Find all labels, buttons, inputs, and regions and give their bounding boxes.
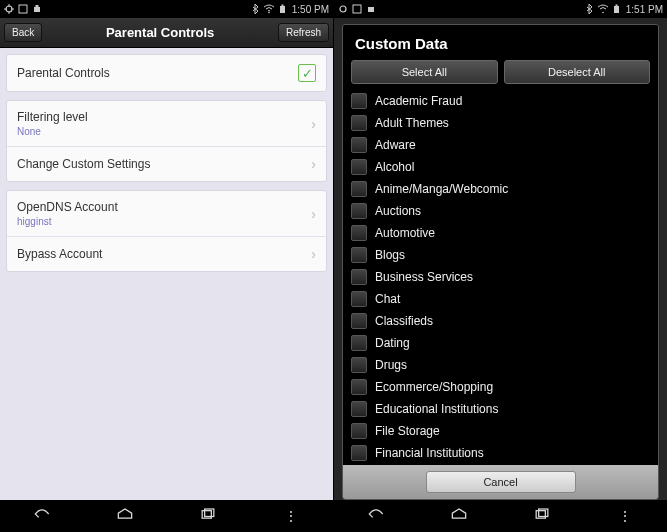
checkbox-icon[interactable] — [351, 313, 367, 329]
back-button[interactable]: Back — [4, 23, 42, 42]
checkbox-icon[interactable] — [351, 445, 367, 461]
checkbox-icon[interactable] — [351, 93, 367, 109]
checkbox-icon[interactable] — [351, 423, 367, 439]
row-subtitle: None — [17, 126, 311, 137]
status-icon — [338, 4, 348, 14]
checkbox-icon[interactable] — [351, 269, 367, 285]
category-label: Ecommerce/Shopping — [375, 380, 493, 394]
category-item[interactable]: Chat — [351, 288, 650, 310]
category-label: Automotive — [375, 226, 435, 240]
category-item[interactable]: Business Services — [351, 266, 650, 288]
settings-row[interactable]: OpenDNS Accounthigginst› — [7, 191, 326, 237]
row-text: Change Custom Settings — [17, 157, 311, 171]
checkbox-icon[interactable] — [351, 115, 367, 131]
bluetooth-icon — [250, 4, 260, 14]
menu-nav-icon[interactable]: ⋮ — [605, 508, 645, 524]
refresh-button[interactable]: Refresh — [278, 23, 329, 42]
status-icon — [32, 4, 42, 14]
status-time: 1:51 PM — [626, 4, 663, 15]
settings-row[interactable]: Parental Controls✓ — [7, 55, 326, 91]
category-item[interactable]: Financial Institutions — [351, 442, 650, 464]
svg-rect-18 — [615, 5, 617, 7]
settings-row[interactable]: Change Custom Settings› — [7, 147, 326, 181]
home-nav-icon[interactable] — [105, 507, 145, 525]
status-icon — [4, 4, 14, 14]
category-label: Blogs — [375, 248, 405, 262]
modal-overlay: Custom Data Select All Deselect All Acad… — [334, 18, 667, 500]
phone-right: 1:51 PM Custom Data Select All Deselect … — [334, 0, 667, 532]
category-item[interactable]: Academic Fraud — [351, 90, 650, 112]
checkbox-icon[interactable] — [351, 203, 367, 219]
checkbox-icon[interactable] — [351, 159, 367, 175]
checkbox-icon[interactable] — [351, 401, 367, 417]
checkbox-icon[interactable] — [351, 225, 367, 241]
deselect-all-button[interactable]: Deselect All — [504, 60, 651, 84]
menu-nav-icon[interactable]: ⋮ — [271, 508, 311, 524]
settings-group: Filtering levelNone›Change Custom Settin… — [6, 100, 327, 182]
category-item[interactable]: Educational Institutions — [351, 398, 650, 420]
category-label: Classifieds — [375, 314, 433, 328]
chevron-right-icon: › — [311, 246, 316, 262]
category-item[interactable]: Blogs — [351, 244, 650, 266]
recent-nav-icon[interactable] — [522, 507, 562, 525]
settings-row[interactable]: Filtering levelNone› — [7, 101, 326, 147]
category-label: Auctions — [375, 204, 421, 218]
select-all-button[interactable]: Select All — [351, 60, 498, 84]
back-nav-icon[interactable] — [356, 507, 396, 525]
category-label: Alcohol — [375, 160, 414, 174]
svg-rect-15 — [368, 7, 374, 12]
svg-point-16 — [602, 12, 604, 14]
svg-point-13 — [340, 6, 346, 12]
category-item[interactable]: Dating — [351, 332, 650, 354]
android-navbar: ⋮ — [334, 500, 667, 532]
category-item[interactable]: Auctions — [351, 200, 650, 222]
category-list[interactable]: Academic FraudAdult ThemesAdwareAlcoholA… — [343, 90, 658, 465]
checkmark-icon: ✓ — [302, 67, 313, 80]
recent-nav-icon[interactable] — [188, 507, 228, 525]
svg-rect-17 — [614, 6, 619, 13]
modal-footer: Cancel — [343, 465, 658, 499]
row-title: Bypass Account — [17, 247, 311, 261]
cancel-button[interactable]: Cancel — [426, 471, 576, 493]
checkbox-icon[interactable] — [351, 247, 367, 263]
category-label: Adult Themes — [375, 116, 449, 130]
settings-row[interactable]: Bypass Account› — [7, 237, 326, 271]
checkbox-icon[interactable] — [351, 137, 367, 153]
home-nav-icon[interactable] — [439, 507, 479, 525]
category-item[interactable]: Adware — [351, 134, 650, 156]
phone-left: 1:50 PM Back Parental Controls Refresh P… — [0, 0, 333, 532]
svg-rect-6 — [34, 7, 40, 12]
category-item[interactable]: Ecommerce/Shopping — [351, 376, 650, 398]
category-label: Educational Institutions — [375, 402, 498, 416]
category-item[interactable]: Adult Themes — [351, 112, 650, 134]
category-item[interactable]: Classifieds — [351, 310, 650, 332]
row-text: Parental Controls — [17, 66, 298, 80]
chevron-right-icon: › — [311, 116, 316, 132]
checkbox-icon[interactable] — [351, 291, 367, 307]
settings-group: Parental Controls✓ — [6, 54, 327, 92]
battery-icon — [278, 4, 288, 14]
category-label: Dating — [375, 336, 410, 350]
category-item[interactable]: Automotive — [351, 222, 650, 244]
category-item[interactable]: Alcohol — [351, 156, 650, 178]
back-nav-icon[interactable] — [22, 507, 62, 525]
modal-title: Custom Data — [343, 25, 658, 60]
category-item[interactable]: Drugs — [351, 354, 650, 376]
checkbox-icon[interactable] — [351, 357, 367, 373]
category-item[interactable]: Anime/Manga/Webcomic — [351, 178, 650, 200]
chevron-right-icon: › — [311, 206, 316, 222]
category-item[interactable]: File Storage — [351, 420, 650, 442]
svg-rect-7 — [36, 5, 39, 7]
row-title: OpenDNS Account — [17, 200, 311, 214]
checkbox-icon[interactable] — [351, 379, 367, 395]
checkbox-icon[interactable]: ✓ — [298, 64, 316, 82]
svg-rect-5 — [19, 5, 27, 13]
category-label: Chat — [375, 292, 400, 306]
svg-rect-10 — [281, 5, 283, 7]
row-text: OpenDNS Accounthigginst — [17, 200, 311, 227]
checkbox-icon[interactable] — [351, 181, 367, 197]
page-title: Parental Controls — [42, 25, 278, 40]
checkbox-icon[interactable] — [351, 335, 367, 351]
category-label: Adware — [375, 138, 416, 152]
category-label: Financial Institutions — [375, 446, 484, 460]
